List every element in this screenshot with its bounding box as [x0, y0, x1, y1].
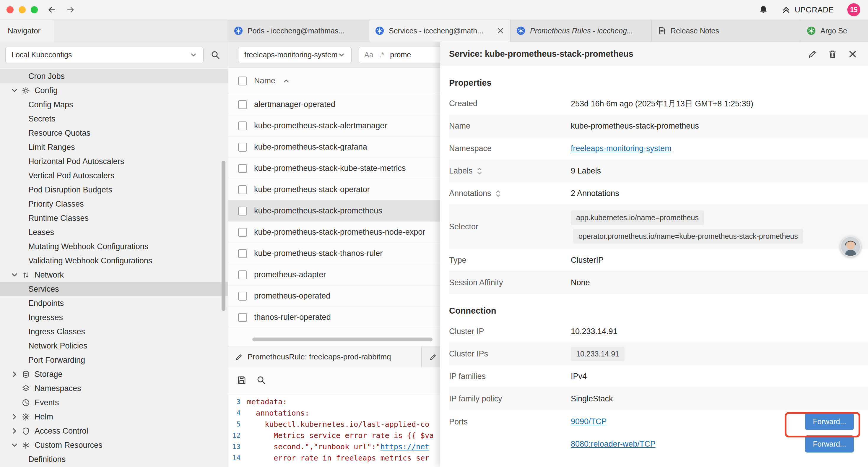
labels-expand-icon[interactable]: [476, 167, 483, 176]
port-line: 9090/TCP Forward...: [571, 410, 859, 433]
regex-toggle[interactable]: .*: [379, 51, 384, 59]
user-avatar[interactable]: [840, 236, 861, 257]
sidebar-item-definitions[interactable]: Definitions: [0, 452, 228, 466]
sidebar-item-network[interactable]: Network: [0, 268, 228, 282]
sidebar-item-vertical-pod-autoscalers[interactable]: Vertical Pod Autoscalers: [0, 169, 228, 183]
row-checkbox[interactable]: [238, 313, 247, 322]
sidebar-item-resource-quotas[interactable]: Resource Quotas: [0, 126, 228, 140]
notifications-bell-icon[interactable]: [759, 5, 768, 14]
drawer-row-session-affinity: Session Affinity None: [449, 272, 868, 294]
row-checkbox[interactable]: [238, 100, 247, 109]
port-line: 8080:reloader-web/TCP Forward...: [571, 433, 859, 455]
match-case-toggle[interactable]: Aa: [364, 51, 373, 59]
row-checkbox[interactable]: [238, 270, 247, 279]
forward-button[interactable]: Forward...: [805, 413, 854, 430]
namespaces-icon: [22, 384, 30, 392]
select-all-checkbox[interactable]: [238, 77, 247, 85]
window-close-button[interactable]: [6, 6, 13, 13]
pencil-icon: [235, 353, 243, 361]
tab-pods[interactable]: Pods - icecheng@mathmas...: [228, 20, 369, 42]
tab-services[interactable]: Services - icecheng@math...: [369, 20, 510, 42]
sidebar-item-services[interactable]: Services: [0, 282, 228, 296]
row-checkbox[interactable]: [238, 249, 247, 258]
row-checkbox[interactable]: [238, 207, 247, 215]
annotations-expand-icon[interactable]: [495, 189, 501, 198]
pencil-icon: [429, 353, 437, 361]
sidebar-item-access-control[interactable]: Access Control: [0, 424, 228, 438]
tab-argo[interactable]: Argo Se: [801, 20, 868, 42]
notification-count-badge[interactable]: 15: [847, 3, 860, 16]
sidebar-item-storage[interactable]: Storage: [0, 367, 228, 381]
drawer-row-ip-families: IP families IPv4: [449, 365, 868, 388]
drawer-body: Properties Created 253d 16h 6m ago (2025…: [440, 66, 868, 467]
drawer-title: Service: kube-prometheus-stack-prometheu…: [449, 49, 808, 59]
caret-down-icon: [10, 86, 19, 95]
config-icon: [22, 87, 30, 95]
window-minimize-button[interactable]: [19, 6, 26, 13]
sidebar-item-helm[interactable]: Helm: [0, 410, 228, 424]
sidebar-item-limit-ranges[interactable]: Limit Ranges: [0, 140, 228, 154]
editor-tab-prometheusrule[interactable]: PrometheusRule: freeleaps-prod-rabbitmq: [228, 346, 422, 368]
tab-bar: Navigator Pods - icecheng@mathmas... Ser…: [0, 20, 868, 42]
sort-ascending-icon[interactable]: [282, 77, 290, 85]
sidebar-item-namespaces[interactable]: Namespaces: [0, 381, 228, 396]
sidebar-item-endpoints[interactable]: Endpoints: [0, 296, 228, 310]
port-link-8080[interactable]: 8080:reloader-web/TCP: [571, 439, 656, 449]
kubeconfig-select[interactable]: Local Kubeconfigs: [5, 47, 204, 63]
connection-heading: Connection: [449, 306, 868, 316]
back-button[interactable]: [47, 5, 57, 15]
caret-right-icon: [10, 370, 19, 379]
delete-trash-icon[interactable]: [828, 49, 837, 59]
upgrade-button[interactable]: UPGRADE: [782, 5, 834, 14]
edit-pencil-icon[interactable]: [808, 49, 817, 59]
name-column-header[interactable]: Name: [254, 76, 275, 85]
port-link-9090[interactable]: 9090/TCP: [571, 417, 607, 426]
namespace-link[interactable]: freeleaps-monitoring-system: [571, 144, 672, 153]
navigator-tab[interactable]: Navigator: [0, 20, 54, 42]
tab-release-notes[interactable]: Release Notes: [652, 20, 801, 42]
sidebar-toolbar: Local Kubeconfigs: [0, 42, 228, 68]
window-zoom-button[interactable]: [31, 6, 38, 13]
sidebar-item-custom-resources[interactable]: Custom Resources: [0, 438, 228, 452]
row-checkbox[interactable]: [238, 292, 247, 300]
sidebar-item-secrets[interactable]: Secrets: [0, 112, 228, 126]
drawer-header: Service: kube-prometheus-stack-prometheu…: [440, 42, 868, 66]
row-checkbox[interactable]: [238, 143, 247, 152]
sidebar-item-network-policies[interactable]: Network Policies: [0, 339, 228, 353]
row-checkbox[interactable]: [238, 185, 247, 194]
row-checkbox[interactable]: [238, 164, 247, 173]
lens-app-window: UPGRADE 15 Navigator Pods - icecheng@mat…: [0, 0, 868, 467]
sidebar-item-ingress-classes[interactable]: Ingress Classes: [0, 324, 228, 339]
access-control-shield-icon: [22, 427, 30, 435]
sidebar-item-events[interactable]: Events: [0, 396, 228, 410]
sidebar-item-config[interactable]: Config: [0, 83, 228, 97]
sidebar-item-validating-webhook-configurations[interactable]: Validating Webhook Configurations: [0, 254, 228, 268]
horizontal-scrollbar[interactable]: [252, 338, 433, 341]
sidebar-item-mutating-webhook-configurations[interactable]: Mutating Webhook Configurations: [0, 239, 228, 254]
sidebar-item-config-maps[interactable]: Config Maps: [0, 97, 228, 112]
sidebar-item-horizontal-pod-autoscalers[interactable]: Horizontal Pod Autoscalers: [0, 154, 228, 169]
save-icon[interactable]: [237, 375, 246, 385]
tab-prometheus-rules[interactable]: Prometheus Rules - icecheng...: [510, 20, 652, 42]
forward-button[interactable]: [66, 5, 75, 15]
navigator-zone: Navigator: [0, 20, 228, 42]
sidebar-item-priority-classes[interactable]: Priority Classes: [0, 197, 228, 211]
sidebar-item-leases[interactable]: Leases: [0, 225, 228, 239]
tab-close-icon[interactable]: [497, 27, 504, 35]
sidebar-scrollbar[interactable]: [222, 161, 225, 311]
sidebar-search-icon[interactable]: [211, 50, 220, 60]
sidebar-item-ingresses[interactable]: Ingresses: [0, 310, 228, 324]
selector-badge: operator.prometheus.io/name=kube-prometh…: [573, 229, 803, 243]
document-icon: [658, 27, 666, 35]
upgrade-label: UPGRADE: [795, 5, 834, 14]
forward-button[interactable]: Forward...: [805, 435, 854, 453]
sidebar-item-cron-jobs[interactable]: Cron Jobs: [0, 69, 228, 83]
sidebar-item-runtime-classes[interactable]: Runtime Classes: [0, 211, 228, 225]
editor-search-icon[interactable]: [256, 375, 266, 385]
namespace-select[interactable]: freeleaps-monitoring-system: [238, 47, 351, 63]
row-checkbox[interactable]: [238, 121, 247, 130]
sidebar-item-port-forwarding[interactable]: Port Forwarding: [0, 353, 228, 367]
close-icon[interactable]: [848, 49, 857, 59]
sidebar-item-pod-disruption-budgets[interactable]: Pod Disruption Budgets: [0, 183, 228, 197]
row-checkbox[interactable]: [238, 228, 247, 237]
